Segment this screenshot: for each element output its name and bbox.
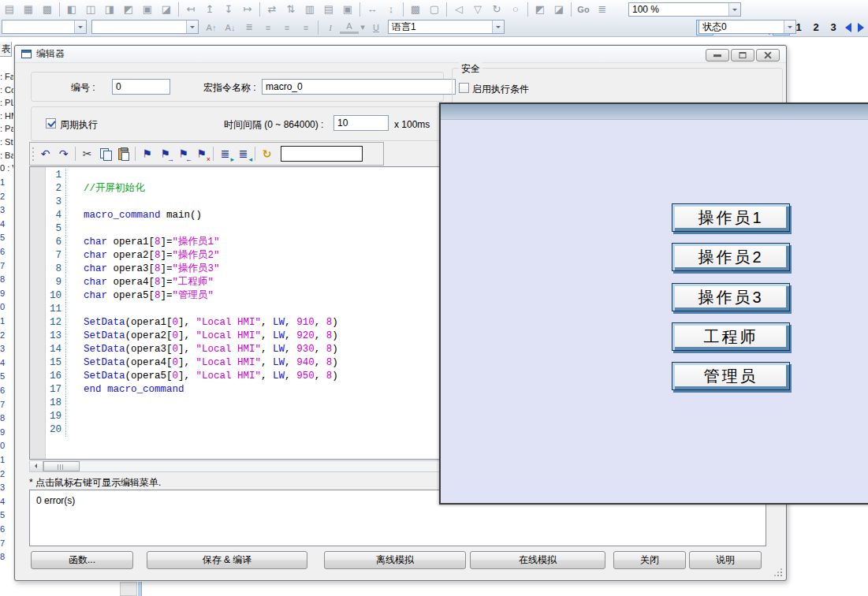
bookmark-next-icon[interactable]: ⚑→	[156, 145, 174, 162]
flip-vertical-icon[interactable]: ▽	[468, 2, 487, 17]
tree-item-number-fragment[interactable]: 7	[0, 400, 7, 409]
tree-item-number-fragment[interactable]: 2	[0, 192, 7, 201]
fit-width-icon[interactable]: ↔	[363, 2, 382, 17]
toolbar-grip[interactable]	[32, 147, 34, 162]
layer-stack-icon[interactable]: ≣	[593, 2, 612, 17]
ungroup-icon[interactable]: ▢	[425, 2, 444, 17]
tree-item-number-fragment[interactable]: 3	[0, 344, 7, 353]
font-decrease-icon[interactable]: A↓	[221, 20, 240, 35]
rotate-icon[interactable]: ↻	[487, 2, 506, 17]
operator1-button[interactable]: 操作员1	[672, 203, 790, 232]
engineer-button[interactable]: 工程师	[672, 322, 790, 351]
cut-icon[interactable]: ✂	[78, 145, 96, 162]
code-line[interactable]: 6char opera1[8]="操作员1"	[30, 236, 440, 249]
redo-icon[interactable]: ↷	[54, 145, 73, 162]
tree-item-number-fragment[interactable]: 6	[0, 247, 7, 256]
code-line[interactable]: 15SetData(opera4[0], "Local HMI", LW, 94…	[30, 356, 440, 370]
align-center-horizontal-icon[interactable]: ◫	[81, 2, 100, 17]
tree-item-fragment[interactable]: : Pa	[0, 124, 16, 133]
scroll-left-icon[interactable]	[30, 461, 43, 471]
code-line[interactable]: 20	[30, 423, 440, 437]
code-line[interactable]: 5	[30, 222, 440, 236]
preview-titlebar[interactable]	[441, 104, 868, 120]
tree-item-number-fragment[interactable]: 4	[0, 497, 7, 506]
tree-item-fragment[interactable]: : St	[0, 137, 13, 147]
tree-item-number-fragment[interactable]: 1	[0, 316, 7, 326]
font-name-combobox[interactable]	[2, 20, 87, 34]
tree-item-number-fragment[interactable]: 7	[0, 538, 7, 548]
resize-grip[interactable]	[774, 568, 782, 576]
code-line[interactable]: 16SetData(opera5[0], "Local HMI", LW, 95…	[30, 370, 440, 383]
code-editor[interactable]: 12//开屏初始化34macro_command main()56char op…	[29, 166, 441, 460]
nudge-up-icon[interactable]: ↥	[200, 2, 219, 17]
tree-item-number-fragment[interactable]: 3	[0, 482, 7, 492]
help-button[interactable]: 说明	[689, 551, 762, 569]
fit-height-icon[interactable]: ↕	[382, 2, 400, 17]
find-icon[interactable]: ↻	[258, 145, 276, 162]
scrollbar-thumb[interactable]	[43, 461, 80, 471]
find-input[interactable]	[281, 146, 363, 162]
code-line[interactable]: 18	[30, 397, 440, 410]
code-line[interactable]: 13SetData(opera2[0], "Local HMI", LW, 92…	[30, 330, 440, 343]
macro-id-input[interactable]	[112, 79, 170, 95]
tree-item-number-fragment[interactable]: 0	[0, 441, 7, 450]
next-state-icon[interactable]	[855, 20, 867, 35]
font-increase-icon[interactable]: A↑	[202, 20, 221, 35]
tree-item-number-fragment[interactable]: 8	[0, 552, 7, 561]
paste-icon[interactable]	[114, 145, 132, 162]
close-dialog-button[interactable]: 关闭	[613, 551, 686, 569]
bookmark-toggle-icon[interactable]: ⚑	[138, 145, 156, 162]
state-button-3[interactable]: 3	[825, 20, 842, 35]
align-top-icon[interactable]: ◩	[119, 2, 138, 17]
tree-item-number-fragment[interactable]: 5	[0, 510, 7, 520]
outdent-icon[interactable]: ≣◂	[234, 145, 252, 162]
online-simulation-button[interactable]: 在线模拟	[470, 551, 605, 569]
macro-name-input[interactable]	[262, 79, 456, 95]
scrollbar-fragment[interactable]	[120, 582, 137, 596]
code-line[interactable]: 10char opera5[8]="管理员"	[30, 289, 440, 303]
tree-item-number-fragment[interactable]: 1	[0, 455, 7, 464]
bookmark-prev-icon[interactable]: ⚑←	[174, 145, 192, 162]
operator2-button[interactable]: 操作员2	[672, 243, 790, 271]
align-left-icon[interactable]: ◧	[62, 2, 81, 17]
tree-item-number-fragment[interactable]: 2	[0, 330, 7, 340]
tree-item-number-fragment[interactable]: 4	[0, 219, 7, 229]
same-width-icon[interactable]: ▥	[300, 2, 319, 17]
tree-item-number-fragment[interactable]: 6	[0, 524, 7, 534]
language-combobox[interactable]: 语言1	[388, 20, 505, 34]
code-line[interactable]: 7char opera2[8]="操作员2"	[30, 249, 440, 263]
interval-input[interactable]	[333, 115, 389, 131]
tree-item-fragment[interactable]: : PL	[0, 98, 16, 107]
indent-icon[interactable]: ≣▸	[216, 145, 234, 162]
align-text-right-icon[interactable]: ≡	[296, 20, 315, 35]
align-text-left-icon[interactable]: ≡	[259, 20, 278, 35]
tree-item-number-fragment[interactable]: 2	[0, 469, 7, 479]
chevron-down-icon[interactable]	[186, 20, 198, 33]
code-line[interactable]: 19	[30, 410, 440, 423]
font-size-combobox[interactable]	[91, 20, 199, 34]
state-button-2[interactable]: 2	[807, 20, 825, 35]
group-icon[interactable]: ▩	[406, 2, 425, 17]
function-button[interactable]: 函数...	[31, 551, 133, 569]
code-line[interactable]: 14SetData(opera3[0], "Local HMI", LW, 93…	[30, 343, 440, 356]
tree-tab-label[interactable]: 表	[0, 42, 12, 57]
bring-front-icon[interactable]: ◩	[531, 2, 549, 17]
minimize-button[interactable]	[706, 49, 729, 61]
tree-item-number-fragment[interactable]: 5	[0, 371, 7, 381]
align-bottom-icon[interactable]: ◪	[157, 2, 176, 17]
periodic-checkbox[interactable]	[46, 118, 56, 129]
tree-item-number-fragment[interactable]: 6	[0, 386, 7, 395]
chevron-down-icon[interactable]	[492, 20, 504, 33]
chevron-down-icon[interactable]	[74, 20, 86, 33]
copy-icon[interactable]	[96, 145, 114, 162]
send-back-icon[interactable]: ◪	[549, 2, 568, 17]
code-line[interactable]: 4macro_command main()	[30, 209, 440, 222]
code-line[interactable]: 2//开屏初始化	[30, 182, 440, 196]
text-spacing-icon[interactable]: ≣	[240, 20, 259, 35]
tree-item-number-fragment[interactable]: 7	[0, 261, 7, 270]
tree-item-fragment[interactable]: : Fa	[0, 72, 15, 81]
tree-item-number-fragment[interactable]: 3	[0, 205, 7, 214]
close-button[interactable]	[756, 49, 780, 61]
nudge-left-icon[interactable]: ↤	[181, 2, 200, 17]
code-line[interactable]: 12SetData(opera1[0], "Local HMI", LW, 91…	[30, 316, 440, 330]
